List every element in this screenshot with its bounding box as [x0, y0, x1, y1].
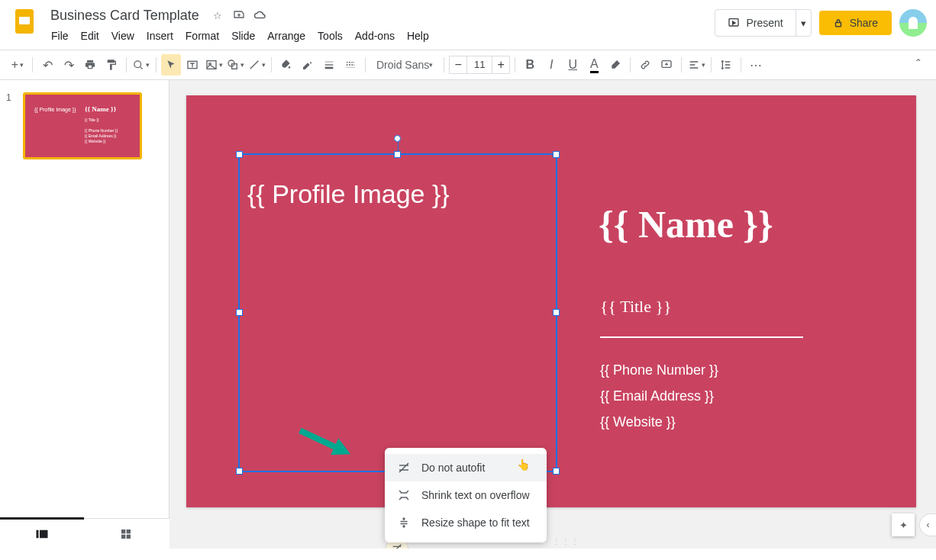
do-not-autofit-icon [397, 461, 411, 475]
resize-shape-icon [397, 516, 411, 529]
border-dash-button[interactable] [341, 54, 360, 76]
menu-help[interactable]: Help [402, 27, 434, 45]
separator [681, 57, 682, 72]
name-placeholder[interactable]: {{ Name }} [599, 202, 773, 246]
highlight-button[interactable] [605, 54, 625, 76]
share-button[interactable]: Share [819, 11, 892, 35]
collapse-toolbar-button[interactable]: ˆ [909, 54, 928, 76]
slides-logo[interactable] [9, 6, 40, 37]
undo-button[interactable]: ↶ [37, 54, 57, 76]
align-button[interactable]: ▾ [686, 54, 706, 76]
svg-rect-1 [19, 17, 30, 24]
ctx-resize-shape[interactable]: Resize shape to fit text [385, 509, 547, 536]
slide-number: 1 [6, 92, 17, 159]
selected-textbox[interactable]: {{ Profile Image }} [238, 153, 557, 472]
thumb-email-text: {{ Email Address }} [85, 134, 116, 138]
fill-color-button[interactable] [276, 54, 296, 76]
line-tool[interactable]: ▾ [247, 54, 266, 76]
border-color-button[interactable] [298, 54, 318, 76]
speaker-notes-handle[interactable]: ⋮⋮⋮ [553, 537, 580, 546]
shrink-text-icon [397, 488, 411, 502]
menu-file[interactable]: File [46, 27, 74, 45]
menu-format[interactable]: Format [180, 27, 224, 45]
share-label: Share [850, 17, 878, 29]
website-placeholder[interactable]: {{ Website }} [600, 414, 676, 430]
menu-addons[interactable]: Add-ons [350, 27, 400, 45]
menu-arrange[interactable]: Arrange [262, 27, 311, 45]
zoom-button[interactable]: ▾ [131, 54, 151, 76]
print-button[interactable] [80, 54, 100, 76]
line-spacing-button[interactable] [716, 54, 736, 76]
menu-insert[interactable]: Insert [141, 27, 179, 45]
paint-format-button[interactable] [102, 54, 121, 76]
menu-slide[interactable]: Slide [226, 27, 260, 45]
textbox-text[interactable]: {{ Profile Image }} [240, 155, 556, 217]
rotation-handle[interactable] [394, 135, 401, 142]
present-icon [728, 17, 740, 29]
font-size-input[interactable]: 11 [467, 56, 492, 74]
star-icon[interactable]: ☆ [210, 10, 225, 21]
text-color-button[interactable]: A [584, 54, 604, 76]
present-label: Present [746, 17, 783, 29]
new-slide-button[interactable]: +▾ [8, 54, 27, 76]
more-tools-button[interactable]: ⋯ [746, 54, 766, 76]
bold-button[interactable]: B [520, 54, 540, 76]
ctx-do-not-autofit[interactable]: Do not autofit 👆 [385, 454, 547, 481]
svg-rect-15 [121, 534, 125, 538]
separator [741, 57, 741, 72]
present-button[interactable]: Present [715, 17, 795, 29]
filmstrip-sidebar: 1 {{ Profile Image }} {{ Name }} {{ Titl… [0, 80, 169, 549]
image-tool[interactable]: ▾ [204, 54, 224, 76]
account-avatar[interactable] [899, 9, 927, 37]
cursor-icon: 👆 [517, 459, 530, 471]
title-area: Business Card Template ☆ File Edit View … [46, 6, 715, 45]
shape-tool[interactable]: ▾ [225, 54, 245, 76]
insert-link-button[interactable] [635, 54, 655, 76]
resize-handle-mr[interactable] [553, 309, 560, 316]
menu-edit[interactable]: Edit [76, 27, 105, 45]
resize-handle-ml[interactable] [236, 309, 243, 316]
resize-handle-tr[interactable] [553, 151, 560, 158]
autofit-icon [391, 542, 403, 549]
border-weight-button[interactable] [319, 54, 339, 76]
resize-handle-bl[interactable] [236, 468, 243, 475]
menu-view[interactable]: View [106, 27, 140, 45]
thumb-title-text: {{ Title }} [85, 117, 99, 122]
italic-button[interactable]: I [541, 54, 561, 76]
svg-point-4 [134, 60, 141, 67]
slide-thumbnail-1[interactable]: {{ Profile Image }} {{ Name }} {{ Title … [23, 92, 142, 159]
font-size-increase[interactable]: + [492, 56, 510, 74]
present-dropdown[interactable]: ▾ [796, 10, 811, 36]
phone-placeholder[interactable]: {{ Phone Number }} [600, 362, 718, 378]
filmstrip-view-button[interactable] [0, 517, 84, 548]
collapse-side-panel[interactable]: ‹ [919, 513, 936, 536]
resize-handle-tm[interactable] [394, 151, 401, 158]
font-family-select[interactable]: Droid Sans▾ [370, 54, 439, 76]
separator [711, 57, 712, 72]
header-right: Present ▾ Share [715, 6, 927, 37]
app-header: Business Card Template ☆ File Edit View … [0, 0, 936, 45]
thumb-phone-text: {{ Phone Number }} [85, 128, 118, 133]
explore-button[interactable]: ✦ [892, 513, 915, 536]
resize-handle-br[interactable] [553, 468, 560, 475]
menu-tools[interactable]: Tools [312, 27, 348, 45]
slide-canvas[interactable]: {{ Profile Image }} {{ Name }} {{ Title … [169, 80, 936, 549]
underline-button[interactable]: U [563, 54, 583, 76]
textbox-tool[interactable] [182, 54, 202, 76]
move-icon[interactable] [231, 8, 247, 23]
font-size-decrease[interactable]: − [449, 56, 467, 74]
email-placeholder[interactable]: {{ Email Address }} [600, 388, 714, 404]
cloud-status-icon[interactable] [253, 9, 268, 22]
select-tool[interactable] [161, 54, 181, 76]
svg-rect-11 [37, 529, 39, 538]
insert-comment-button[interactable] [657, 54, 676, 76]
document-title[interactable]: Business Card Template [46, 6, 204, 25]
grid-view-button[interactable] [84, 519, 168, 549]
redo-button[interactable]: ↷ [59, 54, 79, 76]
separator [156, 57, 157, 72]
title-placeholder[interactable]: {{ Title }} [600, 297, 672, 317]
font-size-control: − 11 + [449, 56, 510, 74]
ctx-shrink-text[interactable]: Shrink text on overflow [385, 481, 547, 509]
separator [630, 57, 631, 72]
resize-handle-tl[interactable] [236, 151, 243, 158]
